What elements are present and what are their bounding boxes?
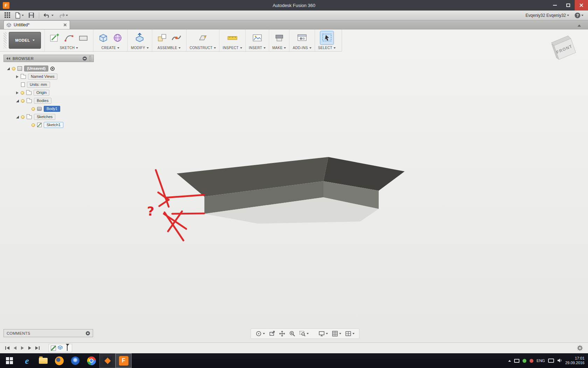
- help-menu[interactable]: ?: [574, 12, 584, 19]
- viewports-button[interactable]: [344, 330, 356, 338]
- redo-button[interactable]: [57, 12, 69, 19]
- app-launcher-button[interactable]: [4, 12, 12, 19]
- named-views-label[interactable]: Named Views: [28, 74, 57, 80]
- tab-close-icon[interactable]: [63, 23, 67, 27]
- panel-minimize-icon[interactable]: [83, 56, 87, 61]
- display-settings-button[interactable]: [317, 330, 329, 338]
- timeline-go-to-start-button[interactable]: [5, 346, 10, 350]
- timeline-step-forward-button[interactable]: [28, 346, 32, 350]
- grid-snap-button[interactable]: [330, 330, 343, 338]
- tree-row-units[interactable]: Units: mm: [4, 81, 94, 89]
- inspect-group-dropdown[interactable]: INSPECT: [223, 45, 242, 50]
- document-root-label[interactable]: (Unsaved): [24, 66, 48, 71]
- timeline-play-button[interactable]: [20, 346, 24, 350]
- taskbar-file-explorer[interactable]: [35, 353, 51, 368]
- create-box-button[interactable]: [97, 31, 110, 45]
- panel-drag-grip[interactable]: [89, 56, 91, 61]
- origin-label[interactable]: Origin: [34, 90, 49, 96]
- make-button[interactable]: [273, 31, 286, 45]
- body1-label-selected[interactable]: Body1: [44, 106, 60, 112]
- addins-group-dropdown[interactable]: ADD-INS: [293, 45, 311, 50]
- tree-row-document-root[interactable]: (Unsaved): [4, 64, 94, 73]
- start-button[interactable]: [0, 353, 19, 368]
- language-indicator[interactable]: ENG: [537, 359, 545, 363]
- select-group-dropdown[interactable]: SELECT: [318, 45, 336, 50]
- zoom-window-button[interactable]: [298, 330, 310, 338]
- expander-open-icon[interactable]: [16, 100, 19, 102]
- document-tab[interactable]: Untitled*: [4, 20, 70, 29]
- visibility-bulb-icon[interactable]: [12, 67, 15, 70]
- sketch-rectangle-button[interactable]: [77, 31, 90, 45]
- view-cube[interactable]: FRONT: [544, 32, 588, 71]
- pan-button[interactable]: [278, 330, 287, 338]
- toolbar-drag-handle[interactable]: [4, 32, 7, 48]
- user-account-menu[interactable]: Evqeniy32 Evqeniy32: [525, 12, 570, 19]
- activate-radio-icon[interactable]: [50, 67, 55, 71]
- taskbar-browser-app[interactable]: [67, 353, 83, 368]
- insert-canvas-button[interactable]: [251, 31, 264, 45]
- timeline-settings-button[interactable]: [577, 345, 583, 351]
- timeline-go-to-end-button[interactable]: [35, 346, 40, 350]
- timeline-sketch-feature-icon[interactable]: [51, 346, 56, 351]
- sketch-spline-button[interactable]: [62, 31, 76, 45]
- volume-icon[interactable]: [557, 358, 562, 363]
- tray-pc-status-icon[interactable]: [514, 359, 519, 363]
- select-button[interactable]: [320, 31, 334, 45]
- toolbar-collapse-button[interactable]: [575, 20, 583, 29]
- sketch1-label[interactable]: Sketch1: [44, 122, 63, 128]
- timeline-extrude-feature-icon[interactable]: [57, 345, 63, 352]
- visibility-bulb-icon[interactable]: [21, 91, 24, 95]
- tree-row-named-views[interactable]: Named Views: [4, 73, 94, 81]
- timeline-step-back-button[interactable]: [13, 346, 17, 350]
- units-label[interactable]: Units: mm: [27, 82, 50, 88]
- zoom-button[interactable]: [288, 330, 297, 338]
- taskbar-internet-explorer[interactable]: e: [19, 353, 35, 368]
- visibility-bulb-icon[interactable]: [21, 99, 24, 103]
- workspace-selector[interactable]: MODEL: [9, 32, 41, 49]
- create-form-button[interactable]: [111, 31, 124, 45]
- create-sketch-button[interactable]: [48, 31, 61, 45]
- taskbar-clock[interactable]: 17:01 29.09.2016: [565, 356, 584, 365]
- timeline-feature-track[interactable]: [49, 344, 72, 352]
- tray-expand-icon[interactable]: [508, 360, 511, 362]
- visibility-bulb-icon[interactable]: [31, 123, 35, 127]
- orbit-button[interactable]: [254, 330, 266, 338]
- modify-group-dropdown[interactable]: MODIFY: [131, 45, 149, 50]
- taskbar-firefox[interactable]: [51, 353, 67, 368]
- press-pull-button[interactable]: [133, 31, 146, 45]
- browser-header[interactable]: BROWSER: [4, 55, 94, 62]
- measure-button[interactable]: [226, 31, 239, 45]
- new-component-button[interactable]: [155, 31, 169, 45]
- look-at-button[interactable]: [267, 330, 276, 338]
- create-group-dropdown[interactable]: CREATE: [102, 45, 120, 50]
- expander-open-icon[interactable]: [16, 116, 19, 118]
- expander-closed-icon[interactable]: [16, 91, 19, 94]
- keyboard-layout-icon[interactable]: [548, 359, 554, 363]
- save-button[interactable]: [27, 12, 35, 19]
- visibility-bulb-icon[interactable]: [21, 115, 24, 119]
- taskbar-fusion-360[interactable]: F: [115, 353, 132, 368]
- tray-app-icon[interactable]: [530, 359, 533, 363]
- file-menu-button[interactable]: [14, 12, 25, 19]
- joint-button[interactable]: [170, 31, 183, 45]
- bodies-label[interactable]: Bodies: [34, 98, 51, 104]
- expander-closed-icon[interactable]: [16, 75, 19, 78]
- tree-row-sketch1[interactable]: Sketch1: [4, 121, 94, 129]
- comments-expand-icon[interactable]: [86, 331, 90, 335]
- tree-row-origin[interactable]: Origin: [4, 89, 94, 97]
- timeline-position-marker[interactable]: [65, 345, 70, 352]
- undo-button[interactable]: [43, 12, 55, 19]
- expander-open-icon[interactable]: [7, 67, 10, 70]
- visibility-bulb-icon[interactable]: [31, 107, 35, 111]
- tray-antivirus-icon[interactable]: [523, 359, 526, 363]
- taskbar-chrome[interactable]: [83, 353, 99, 368]
- sketch-group-dropdown[interactable]: SKETCH: [60, 45, 78, 50]
- assemble-group-dropdown[interactable]: ASSEMBLE: [158, 45, 181, 50]
- maximize-button[interactable]: [561, 0, 575, 11]
- make-group-dropdown[interactable]: MAKE: [272, 45, 286, 50]
- sketches-label[interactable]: Sketches: [34, 114, 55, 120]
- panel-collapse-icon[interactable]: [6, 57, 10, 60]
- tree-row-sketches[interactable]: Sketches: [4, 113, 94, 121]
- tree-row-body1[interactable]: Body1: [4, 105, 94, 113]
- addins-button[interactable]: [295, 31, 309, 45]
